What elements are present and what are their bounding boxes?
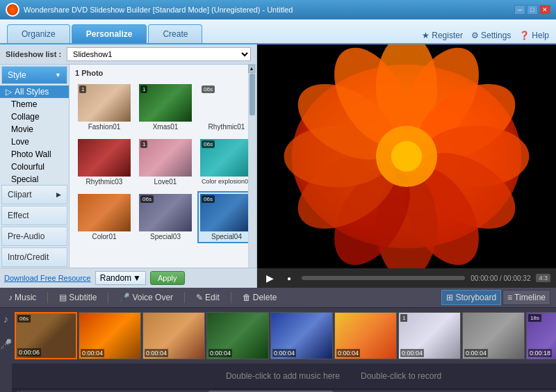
music-button[interactable]: ♪ Music bbox=[6, 291, 39, 304]
thumb-label: Rhythmic03 bbox=[86, 178, 123, 186]
slideshow-select[interactable]: Slideshow1 bbox=[67, 47, 251, 61]
thumb-special03[interactable]: 06s Special03 bbox=[136, 191, 195, 243]
add-music-text[interactable]: Double-click to add music here bbox=[226, 371, 340, 381]
scroll-left-btn[interactable]: ◀ bbox=[13, 389, 19, 392]
register-button[interactable]: ★ Register bbox=[422, 31, 463, 40]
tree-item-colourful[interactable]: Colourful bbox=[0, 161, 69, 173]
thumb-special04[interactable]: 06s Special04 bbox=[197, 191, 248, 243]
effect-label: Effect bbox=[8, 211, 28, 220]
storyboard-item[interactable]: 1 0:00:04 bbox=[398, 312, 461, 359]
clipart-label: Clipart bbox=[8, 190, 32, 199]
header-actions: ★ Register ⚙ Settings ❓ Help bbox=[422, 31, 549, 43]
thumb-color01[interactable]: Color01 bbox=[75, 191, 133, 243]
effect-button[interactable]: Effect bbox=[1, 206, 67, 225]
sb-duration: 0:00:04 bbox=[464, 349, 488, 357]
thumb-label: Color explosion01 bbox=[202, 178, 248, 185]
video-controls: ▶ ● 00:00:00 / 00:00:32 4:3 bbox=[257, 268, 556, 288]
tree-item-allstyles[interactable]: ▷ All Styles bbox=[0, 85, 69, 98]
apply-button[interactable]: Apply bbox=[150, 271, 185, 285]
close-button[interactable]: ✕ bbox=[539, 5, 550, 15]
maximize-button[interactable]: □ bbox=[527, 5, 538, 15]
window-controls[interactable]: ─ □ ✕ bbox=[514, 5, 550, 15]
mic-track-icon: 🎤 bbox=[0, 338, 12, 350]
sb-duration: 0:00:18 bbox=[528, 349, 552, 357]
tree-item-collage[interactable]: Collage bbox=[0, 111, 69, 123]
svg-point-15 bbox=[391, 141, 422, 172]
storyboard-icon: ⊞ bbox=[446, 293, 453, 302]
style-button[interactable]: Style ▼ bbox=[1, 66, 67, 84]
thumb-xmas01[interactable]: 1 Xmas01 bbox=[136, 81, 195, 133]
clipart-button[interactable]: Clipart ▶ bbox=[1, 185, 67, 204]
thumb-rhythmic03[interactable]: Rhythmic03 bbox=[75, 136, 133, 188]
play-button[interactable]: ▶ bbox=[263, 271, 277, 285]
photo-strip: 06s 0:00:06 0:00:04 0:00:04 0:00:04 0:00… bbox=[12, 308, 556, 364]
timeline-view-button[interactable]: ≡ Timeline bbox=[502, 290, 550, 305]
bottom-scrollbar: ◀ ▶ bbox=[12, 389, 556, 392]
voiceover-label: Voice Over bbox=[132, 293, 173, 302]
intro-button[interactable]: Intro/Credit bbox=[1, 247, 67, 267]
scroll-up[interactable]: ▲ bbox=[248, 65, 255, 73]
register-label: Register bbox=[432, 31, 463, 40]
thumb-badge: 1 bbox=[79, 85, 86, 93]
tree-item-photowall[interactable]: Photo Wall bbox=[0, 148, 69, 161]
music-area: Double-click to add music here Double-cl… bbox=[12, 364, 556, 389]
random-button[interactable]: Random ▼ bbox=[95, 271, 146, 285]
tree-item-love[interactable]: Love bbox=[0, 136, 69, 148]
help-button[interactable]: ❓ Help bbox=[519, 31, 549, 40]
style-tree: ▷ All Styles Theme Collage Movie Love bbox=[0, 85, 69, 184]
storyboard-left-icons: ♪ 🎤 bbox=[0, 308, 12, 392]
preaudio-button[interactable]: Pre-Audio bbox=[1, 227, 67, 246]
storyboard-item[interactable]: 0:00:04 bbox=[206, 312, 269, 359]
tree-item-movie[interactable]: Movie bbox=[0, 123, 69, 136]
thumb-label: Xmas01 bbox=[153, 123, 179, 131]
sb-badge: 06s bbox=[17, 315, 31, 322]
subtitle-button[interactable]: ▤ Subtitle bbox=[56, 291, 99, 304]
scroll-track bbox=[249, 74, 256, 268]
tab-personalize[interactable]: Personalize bbox=[72, 24, 147, 43]
download-link[interactable]: Download Free Resource bbox=[4, 274, 91, 282]
clipart-arrow: ▶ bbox=[56, 191, 61, 198]
flower-svg bbox=[257, 44, 556, 268]
tab-create[interactable]: Create bbox=[148, 24, 202, 43]
separator bbox=[184, 292, 185, 303]
sb-badge: 1 bbox=[400, 314, 407, 322]
storyboard-item[interactable]: 0:00:04 bbox=[462, 312, 525, 359]
storyboard-item[interactable]: 0:00:04 bbox=[142, 312, 205, 359]
record-text[interactable]: Double-click to record bbox=[361, 371, 441, 381]
voiceover-button[interactable]: 🎤 Voice Over bbox=[117, 291, 176, 304]
storyboard-item[interactable]: 0:00:04 bbox=[334, 312, 397, 359]
tab-organize[interactable]: Organize bbox=[7, 24, 70, 43]
thumb-fashion01[interactable]: 1 Fashion01 bbox=[75, 81, 133, 133]
edit-button[interactable]: ✎ Edit bbox=[193, 291, 222, 304]
help-label: Help bbox=[532, 31, 549, 40]
left-scrollbar[interactable]: ▲ ▼ bbox=[248, 65, 256, 268]
stop-button[interactable]: ● bbox=[282, 271, 296, 285]
thumb-badge: 06s bbox=[202, 140, 215, 148]
storyboard-item[interactable]: 0:00:04 bbox=[79, 312, 141, 359]
main-content: Slideshow list : Slideshow1 Style ▼ ▷ Al… bbox=[0, 44, 556, 288]
progress-bar[interactable] bbox=[302, 276, 465, 280]
edit-label: Edit bbox=[205, 293, 220, 302]
storyboard-item[interactable]: 06s 0:00:06 bbox=[15, 312, 77, 359]
separator bbox=[231, 292, 231, 303]
storyboard-view-button[interactable]: ⊞ Storyboard bbox=[441, 290, 501, 305]
storyboard-item[interactable]: 0:00:04 bbox=[270, 312, 333, 359]
slideshow-bar: Slideshow list : Slideshow1 bbox=[0, 44, 256, 65]
minimize-button[interactable]: ─ bbox=[514, 5, 525, 15]
window-title: Wondershare DVD Slideshow Builder [Stand… bbox=[24, 6, 293, 14]
sb-duration: 0:00:04 bbox=[400, 349, 424, 357]
sb-duration: 0:00:04 bbox=[208, 349, 232, 357]
main-tabs: Organize Personalize Create bbox=[7, 24, 202, 43]
tree-item-theme[interactable]: Theme bbox=[0, 98, 69, 111]
thumb-colorexplosion01[interactable]: 06s Color explosion01 bbox=[197, 136, 248, 188]
settings-button[interactable]: ⚙ Settings bbox=[471, 31, 511, 40]
delete-button[interactable]: 🗑 Delete bbox=[240, 291, 280, 304]
preaudio-label: Pre-Audio bbox=[8, 231, 44, 241]
storyboard-item[interactable]: 18s 0:00:18 bbox=[526, 312, 556, 359]
sb-duration: 0:00:04 bbox=[145, 349, 168, 357]
thumb-love01[interactable]: 1 Love01 bbox=[136, 136, 195, 188]
thumb-rhythmic01[interactable]: 06s Rhythmic01 bbox=[197, 81, 248, 133]
music-icon: ♪ bbox=[8, 293, 13, 302]
separator bbox=[47, 292, 48, 303]
tree-item-special[interactable]: Special bbox=[0, 173, 69, 184]
